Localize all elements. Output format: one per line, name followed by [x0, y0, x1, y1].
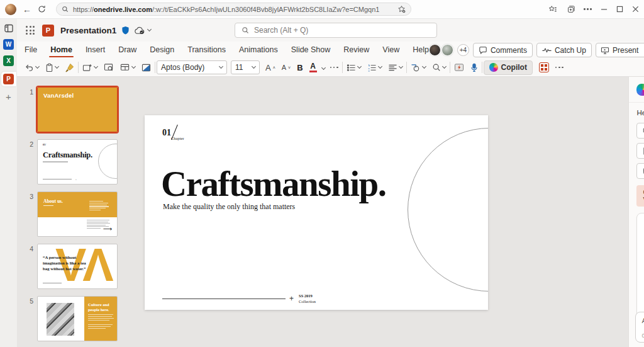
- font-color-dropdown-icon[interactable]: [321, 65, 326, 69]
- align-button[interactable]: [386, 62, 405, 74]
- favorites-icon[interactable]: [548, 5, 557, 14]
- designer-preview-button[interactable]: [101, 61, 116, 74]
- quick-toolbar: Aptos (Body) 11 A˄ A˅ B A: [17, 59, 644, 77]
- thumb5-photo: [47, 303, 74, 336]
- shape-fill-button[interactable]: [139, 62, 153, 74]
- thumb4-quote: “A person without imagination is like a …: [43, 254, 92, 272]
- thumbnail-slide-5[interactable]: Culture and people here.: [37, 296, 118, 341]
- designer-ideas-icon[interactable]: [452, 61, 467, 74]
- copilot-toolbar-button[interactable]: Copilot: [484, 60, 533, 75]
- word-app-icon[interactable]: W: [3, 39, 14, 50]
- font-size-combo[interactable]: 11: [231, 60, 260, 74]
- more-font-options-icon[interactable]: [328, 65, 341, 71]
- tab-review[interactable]: Review: [343, 43, 369, 57]
- font-name-combo[interactable]: Aptos (Body): [157, 60, 227, 74]
- grow-font-button[interactable]: A˄: [263, 61, 278, 74]
- tab-slide-show[interactable]: Slide Show: [291, 43, 331, 57]
- present-primary[interactable]: Present: [596, 43, 643, 57]
- sidebar-layout-icon[interactable]: [4, 23, 14, 33]
- presence-avatar-1[interactable]: [429, 44, 441, 56]
- address-bar[interactable]: https://onedrive.live.com/:w:/t/EaCKkPs6…: [56, 3, 411, 16]
- suggestion-create-from-file[interactable]: Create presentation from file...: [636, 143, 644, 159]
- copilot-input-field[interactable]: [641, 317, 644, 327]
- search-icon: [62, 6, 69, 13]
- tab-help[interactable]: Help: [413, 43, 429, 57]
- dictate-mic-icon[interactable]: [468, 61, 480, 74]
- presence-overflow-badge[interactable]: +4: [457, 44, 469, 56]
- sensitivity-shield-icon[interactable]: [121, 26, 130, 35]
- designer-grid-icon: [539, 62, 549, 72]
- font-color-button[interactable]: A: [307, 60, 319, 74]
- back-icon[interactable]: ←: [23, 4, 31, 14]
- suggestion-add-slide[interactable]: Add a slide about...: [636, 163, 644, 179]
- shapes-button[interactable]: [408, 62, 428, 74]
- collections-icon[interactable]: [566, 5, 575, 14]
- thumbnail-slide-3[interactable]: About us. ⟶: [37, 191, 118, 237]
- thumb5-title: Culture and people here.: [88, 302, 114, 313]
- save-status-chevron-icon[interactable]: [147, 27, 152, 31]
- present-button[interactable]: Present: [596, 43, 644, 57]
- refresh-icon[interactable]: [38, 5, 46, 13]
- suggestion-create-presentation[interactable]: Create a presentation...: [636, 123, 644, 139]
- browser-profile-avatar[interactable]: [5, 4, 16, 15]
- browser-titlebar: ← https://onedrive.live.com/:w:/t/EaCKkP…: [0, 0, 644, 19]
- tab-draw[interactable]: Draw: [118, 43, 136, 57]
- autosave-cloud-icon[interactable]: [134, 26, 145, 35]
- browser-settings-icon[interactable]: [584, 8, 592, 10]
- app-launcher-icon[interactable]: [26, 26, 35, 35]
- format-painter-icon[interactable]: [62, 61, 77, 74]
- designer-pane-button[interactable]: [536, 60, 552, 74]
- slide-title-text[interactable]: Craftsmanship.: [161, 163, 386, 204]
- slide-number: 2: [26, 139, 33, 185]
- document-title[interactable]: Presentation1: [60, 26, 116, 35]
- add-app-icon[interactable]: +: [6, 92, 11, 101]
- slide-number: 3: [26, 191, 33, 237]
- tab-insert[interactable]: Insert: [86, 43, 105, 57]
- tab-animations[interactable]: Animations: [239, 43, 278, 57]
- tab-transitions[interactable]: Transitions: [187, 43, 226, 57]
- copilot-input-box[interactable]: 0/2000: [635, 312, 644, 343]
- close-icon[interactable]: [632, 6, 639, 13]
- slide-footer-group[interactable]: + SS 2019 Collection: [162, 293, 316, 304]
- undo-button[interactable]: [22, 62, 42, 74]
- presence-avatar-2[interactable]: [441, 44, 453, 56]
- tab-view[interactable]: View: [382, 43, 399, 57]
- tab-file[interactable]: File: [25, 43, 37, 57]
- tab-design[interactable]: Design: [150, 43, 174, 57]
- toolbar-overflow-icon[interactable]: [553, 65, 566, 71]
- powerpoint-app-active[interactable]: P: [1, 72, 16, 86]
- copilot-intro-text: Here are some things you can try...: [636, 109, 644, 117]
- copilot-chat-area: Here are some things you can try... Crea…: [629, 102, 644, 347]
- paste-button[interactable]: [43, 61, 61, 74]
- excel-app-icon[interactable]: X: [3, 55, 14, 66]
- tab-home[interactable]: Home: [50, 43, 72, 57]
- thumbnail-slide-2[interactable]: 01/ Craftsmanship. +: [37, 139, 118, 185]
- thumbnail-slide-1[interactable]: VanArsdel: [37, 87, 118, 132]
- slide-subtitle-text[interactable]: Make the quality the only thing that mat…: [163, 202, 295, 212]
- slide-canvas[interactable]: 01 Chapter Craftsmanship. Make the quali…: [145, 115, 488, 310]
- shrink-font-button[interactable]: A˅: [279, 62, 293, 73]
- powerpoint-app-icon: P: [3, 74, 14, 84]
- new-slide-button[interactable]: [80, 61, 100, 74]
- copilot-logo-icon: [636, 84, 644, 96]
- numbering-button[interactable]: [365, 62, 384, 74]
- slide-number: 5: [26, 296, 33, 341]
- add-favorite-icon[interactable]: [397, 5, 406, 13]
- maximize-icon[interactable]: [616, 6, 623, 13]
- slide-number: 4: [26, 244, 33, 289]
- comments-button[interactable]: Comments: [473, 43, 533, 57]
- find-button[interactable]: [430, 61, 448, 74]
- layout-button[interactable]: [118, 61, 138, 74]
- catch-up-button[interactable]: Catch Up: [536, 43, 592, 57]
- bullets-button[interactable]: [344, 62, 364, 74]
- bold-button[interactable]: B: [294, 61, 305, 74]
- minimize-icon[interactable]: [601, 6, 608, 13]
- thumbnail-slide-4[interactable]: VΛ “A person without imagination is like…: [37, 244, 118, 289]
- slide-circle-shape[interactable]: [408, 128, 488, 292]
- powerpoint-logo-icon[interactable]: P: [42, 25, 54, 37]
- chapter-text-box[interactable]: 01 Chapter: [162, 127, 184, 140]
- editor-canvas-area: 01 Chapter Craftsmanship. Make the quali…: [132, 77, 628, 347]
- user-prompt-bubble: Create a presentation about VanArsdel: [636, 185, 644, 207]
- search-box[interactable]: Search (Alt + Q): [235, 23, 437, 38]
- comment-icon: [479, 46, 487, 54]
